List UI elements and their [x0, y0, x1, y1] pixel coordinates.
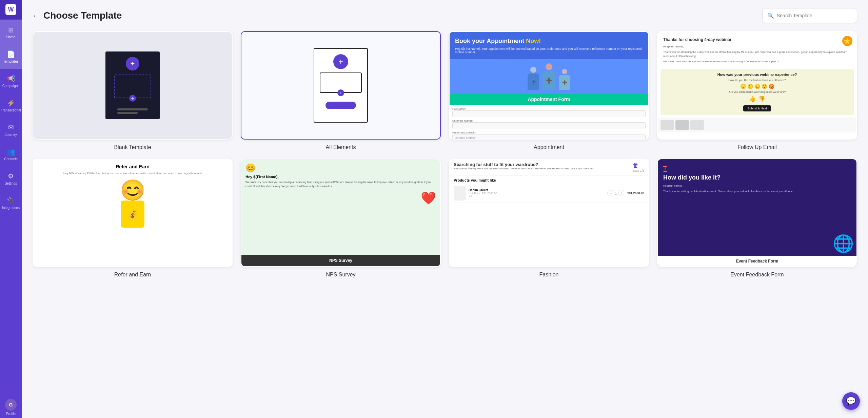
sidebar-item-home[interactable]: ⊞ Home — [0, 20, 22, 45]
ae-rect: + — [320, 72, 362, 93]
template-label-follow-up: Follow Up Email — [737, 144, 777, 150]
template-label-refer-earn: Refer and Earn — [114, 272, 151, 278]
all-elements-preview: + + — [241, 32, 440, 139]
chat-icon: 💬 — [846, 396, 856, 406]
templates-grid: + + Blank Tem — [33, 31, 857, 278]
refer-body: Hey ${First Name}, Fill the form below a… — [38, 171, 227, 175]
template-card-refer-earn[interactable]: Refer and Earn Hey ${First Name}, Fill t… — [33, 159, 233, 278]
template-label-event-feedback: Event Feedback Form — [730, 272, 784, 278]
profile-avatar[interactable]: G Profile — [0, 396, 22, 418]
refer-illustration: 😊 💰 — [38, 180, 227, 228]
sidebar-item-label-home: Home — [6, 35, 16, 39]
nps-greeting: Hey ${First Name}, — [245, 175, 436, 179]
sidebar: W ⊞ Home 📄 Templates 📢 Campaigns ⚡ Trans… — [0, 0, 22, 418]
followup-interest-q: Are you interested in attending more web… — [664, 90, 850, 93]
nps-footer: NPS Survey — [241, 255, 440, 266]
sidebar-item-settings[interactable]: ⚙ Settings — [0, 167, 22, 191]
sidebar-item-transactional[interactable]: ⚡ Transactional — [0, 93, 22, 118]
app-logo[interactable]: W — [0, 0, 22, 19]
blank-inner: + + — [105, 51, 160, 119]
product-price: Unit Price: ₹91,2500.00 — [469, 192, 605, 195]
home-icon: ⊞ — [8, 26, 14, 34]
followup-body2: We have come back to you with a few more… — [663, 60, 851, 64]
sidebar-item-campaigns[interactable]: 📢 Campaigns — [0, 69, 22, 93]
template-card-all-elements[interactable]: + + All Elements — [241, 31, 441, 150]
blank-preview: + + — [33, 32, 232, 139]
template-card-blank[interactable]: + + Blank Tem — [33, 31, 233, 150]
thumbs-row: 👍👎 — [664, 96, 850, 102]
appt-form-fields: Full Name* Enter the number Preferred Lo… — [450, 105, 648, 139]
ae-plus-circle: + — [333, 54, 348, 69]
appointment-preview: Book your Appointment Now! Hey ${First N… — [450, 32, 648, 139]
template-label-nps: NPS Survey — [326, 272, 355, 278]
chat-bubble[interactable]: 💬 — [842, 392, 860, 410]
template-card-appointment[interactable]: Book your Appointment Now! Hey ${First N… — [449, 31, 649, 150]
event-body: Thank you for visiting our latest online… — [663, 189, 851, 193]
transactional-icon: ⚡ — [7, 99, 15, 107]
followup-title: Thanks for choosing 4-day webinar — [663, 37, 851, 42]
event-title: How did you like it? — [663, 174, 851, 181]
emoji-row: 😞😕😐🙂😡 — [664, 84, 850, 89]
nps-top: 😊 Hey ${First Name}, We sincerely hope t… — [241, 159, 440, 255]
template-preview-refer-earn[interactable]: Refer and Earn Hey ${First Name}, Fill t… — [33, 159, 233, 267]
followup-thumbnails — [658, 118, 856, 132]
follow-up-preview: Thanks for choosing 4-day webinar Hi ${F… — [658, 32, 856, 139]
template-label-appointment: Appointment — [534, 144, 564, 150]
sidebar-item-label-templates: Templates — [3, 60, 19, 64]
event-icon: T̲ — [663, 165, 851, 172]
sidebar-item-label-integrations: Integrations — [2, 206, 20, 210]
sidebar-item-label-contacts: Contacts — [4, 157, 17, 161]
journey-icon: ✉ — [8, 123, 14, 131]
appt-subtext: Hey ${First Name}, Your appointment will… — [455, 47, 643, 54]
template-label-fashion: Fashion — [539, 272, 559, 278]
template-label-blank: Blank Template — [114, 144, 151, 150]
refer-title: Refer and Earn — [38, 164, 227, 169]
campaigns-icon: 📢 — [7, 75, 15, 83]
followup-submit-btn[interactable]: Submit & Next — [743, 105, 771, 111]
sidebar-item-journey[interactable]: ✉ Journey — [0, 118, 22, 142]
followup-survey: How was your previous webinar experience… — [660, 69, 854, 115]
blank-plus-circle: + — [126, 57, 139, 70]
template-card-follow-up[interactable]: ⭐ Thanks for choosing 4-day webinar Hi $… — [657, 31, 857, 150]
search-box[interactable]: 🔍 — [762, 8, 857, 23]
fashion-title: Searching for stuff to fit your wardrobe… — [454, 162, 594, 167]
template-preview-event-feedback[interactable]: T̲ How did you like it? Hi ${first name}… — [657, 159, 857, 267]
product-total: ₹91,2500.00 — [627, 191, 644, 195]
ae-small-plus: + — [337, 89, 344, 96]
template-preview-fashion[interactable]: Searching for stuff to fit your wardrobe… — [449, 159, 649, 267]
template-card-event-feedback[interactable]: T̲ How did you like it? Hi ${first name}… — [657, 159, 857, 278]
integrations-icon: 🔌 — [7, 196, 15, 205]
template-preview-follow-up[interactable]: ⭐ Thanks for choosing 4-day webinar Hi $… — [657, 31, 857, 140]
sidebar-item-integrations[interactable]: 🔌 Integrations — [0, 191, 22, 215]
fashion-subtitle: Hey ${First Name}, Here are the latest f… — [454, 167, 594, 170]
sidebar-item-contacts[interactable]: 👥 Contacts — [0, 142, 22, 167]
qty-plus[interactable]: + — [618, 190, 624, 196]
contacts-icon: 👥 — [7, 148, 15, 156]
sidebar-item-templates[interactable]: 📄 Templates — [0, 45, 22, 69]
template-card-fashion[interactable]: Searching for stuff to fit your wardrobe… — [449, 159, 649, 278]
followup-top: Thanks for choosing 4-day webinar Hi ${F… — [658, 32, 856, 69]
template-preview-appointment[interactable]: Book your Appointment Now! Hey ${First N… — [449, 31, 649, 140]
appt-field-fullname: Full Name* — [452, 107, 646, 117]
followup-greeting: Hi ${First Name}, — [663, 45, 851, 49]
template-preview-blank[interactable]: + + — [33, 31, 233, 140]
nps-heart: ❤️ — [245, 191, 436, 205]
event-footer: Event Feedback Form — [658, 256, 856, 266]
followup-survey-title: How was your previous webinar experience… — [664, 72, 850, 77]
product-info: Denim Jacket Unit Price: ₹91,2500.00 XS — [469, 188, 605, 198]
followup-survey-q: How did you like the last webinar you at… — [664, 79, 850, 82]
sidebar-item-label-transactional: Transactional — [1, 108, 21, 112]
appt-field-location: Preferred Location* Choose Option — [452, 131, 646, 139]
template-preview-nps[interactable]: 😊 Hey ${First Name}, We sincerely hope t… — [241, 159, 441, 267]
followup-body: Thank you for attending the 4-day webina… — [663, 50, 851, 58]
appt-field-number: Enter the number — [452, 119, 646, 129]
search-input[interactable] — [777, 13, 852, 18]
template-card-nps[interactable]: 😊 Hey ${First Name}, We sincerely hope t… — [241, 159, 441, 278]
back-button[interactable]: ← — [33, 12, 39, 20]
logo-icon: W — [5, 4, 16, 15]
qty-minus[interactable]: − — [607, 190, 613, 196]
appt-title: Book your Appointment Now! — [455, 37, 643, 45]
template-preview-all-elements[interactable]: + + — [241, 31, 441, 140]
event-header: T̲ How did you like it? Hi ${first name}… — [658, 159, 856, 199]
fashion-header-bar: Searching for stuff to fit your wardrobe… — [450, 159, 648, 175]
